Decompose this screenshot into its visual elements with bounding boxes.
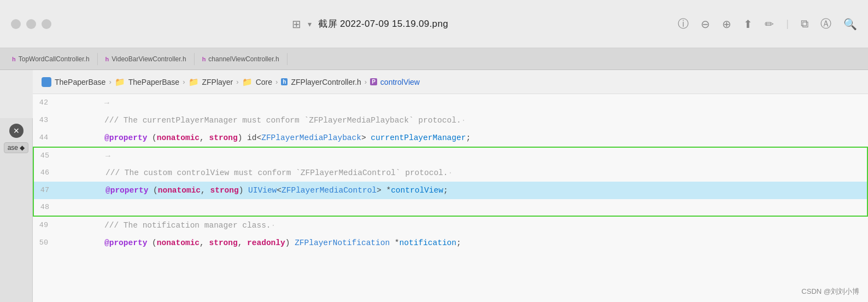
breadcrumb: ThePaperBase › 📁 ThePaperBase › 📁 ZFPlay…	[33, 70, 868, 94]
close-button[interactable]	[11, 19, 21, 29]
line-number-43: 43	[33, 112, 57, 129]
code-content-50: @property (nonatomic, strong, readonly) …	[57, 217, 864, 269]
close-panel-button[interactable]: ✕	[9, 124, 24, 138]
p-icon: P	[370, 78, 377, 85]
titlebar-center: ⊞ ▾ 截屏 2022-07-09 15.19.09.png	[62, 18, 678, 31]
traffic-lights	[11, 19, 51, 29]
minimize-button[interactable]	[26, 19, 36, 29]
zoom-out-icon[interactable]: ⊖	[701, 18, 710, 31]
close-icon: ✕	[13, 126, 20, 135]
folder-icon-2: 📁	[189, 77, 199, 87]
bc-sep-2: ›	[183, 78, 185, 86]
bc-sep-4: ›	[275, 78, 278, 86]
tab-label-2: VideoBarViewController.h	[112, 55, 186, 63]
tabbar: h TopWordCallController.h h VideoBarView…	[0, 48, 868, 70]
folder-icon-3: 📁	[242, 77, 253, 87]
share-icon[interactable]: ⬆	[743, 18, 753, 31]
bc-sep-3: ›	[236, 78, 238, 86]
main-content: ✕ ase ◆ ThePaperBase › 📁 ThePaperBase › …	[0, 70, 868, 302]
titlebar: ⊞ ▾ 截屏 2022-07-09 15.19.09.png ⓘ ⊖ ⊕ ⬆ ✏…	[0, 0, 868, 48]
annotation-icon[interactable]: Ⓐ	[820, 16, 831, 31]
line-number-42: 42	[33, 94, 57, 112]
search-icon[interactable]: 🔍	[843, 18, 857, 31]
bc-sep-1: ›	[109, 78, 111, 86]
line-number-50: 50	[33, 234, 57, 252]
bc-text-2: ThePaperBase	[128, 78, 179, 86]
tab-label-3: channelViewController.h	[208, 55, 279, 63]
code-line-47: 47 @property (nonatomic, strong) UIView<…	[33, 182, 868, 199]
tab-type-2: h	[105, 56, 109, 62]
edit-icon[interactable]: ✏	[765, 18, 774, 31]
bc-text-4: Core	[256, 78, 272, 86]
bc-text-1: ThePaperBase	[55, 78, 105, 86]
code-line-50: 50 @property (nonatomic, strong, readonl…	[33, 234, 868, 252]
tab-type-1: h	[12, 56, 16, 62]
h-icon: h	[281, 78, 288, 85]
titlebar-actions: ⓘ ⊖ ⊕ ⬆ ✏ | ⧉ Ⓐ 🔍	[678, 16, 857, 31]
sidebar-toggle-icon[interactable]: ⊞	[292, 18, 301, 31]
chevron-down-icon[interactable]: ▾	[308, 20, 312, 28]
line-number-45: 45	[34, 147, 58, 165]
code-editor[interactable]: 42 → 43 /// The currentPlayerManager mus…	[33, 94, 868, 302]
line-number-44: 44	[33, 129, 57, 147]
window-icon[interactable]: ⧉	[801, 18, 808, 30]
scope-selector[interactable]: ase ◆	[4, 142, 29, 153]
app-icon	[42, 77, 51, 87]
folder-icon-1: 📁	[115, 77, 125, 87]
bc-sep-5: ›	[365, 78, 367, 86]
tab-item-2[interactable]: h VideoBarViewController.h	[98, 53, 195, 65]
bc-text-5: ZFPlayerController.h	[291, 78, 361, 86]
maximize-button[interactable]	[42, 19, 51, 29]
zoom-in-icon[interactable]: ⊕	[722, 18, 731, 31]
tab-item-1[interactable]: h TopWordCallController.h	[4, 53, 98, 65]
bc-text-6: controlView	[380, 78, 420, 86]
line-number-47: 47	[34, 182, 58, 199]
line-number-48: 48	[34, 199, 58, 216]
tab-type-3: h	[202, 56, 206, 62]
left-sidebar: ✕ ase ◆	[0, 118, 33, 302]
line-number-49: 49	[33, 217, 57, 234]
divider-1: |	[786, 18, 789, 30]
info-icon[interactable]: ⓘ	[678, 16, 689, 31]
bc-text-3: ZFPlayer	[202, 78, 233, 86]
tab-label-1: TopWordCallController.h	[19, 55, 90, 63]
editor-wrapper: ThePaperBase › 📁 ThePaperBase › 📁 ZFPlay…	[33, 70, 868, 302]
watermark: CSDN @刘刘小博	[801, 287, 859, 297]
line-number-46: 46	[34, 164, 58, 182]
tab-item-3[interactable]: h channelViewController.h	[195, 53, 288, 65]
window-title: 截屏 2022-07-09 15.19.09.png	[318, 18, 448, 30]
